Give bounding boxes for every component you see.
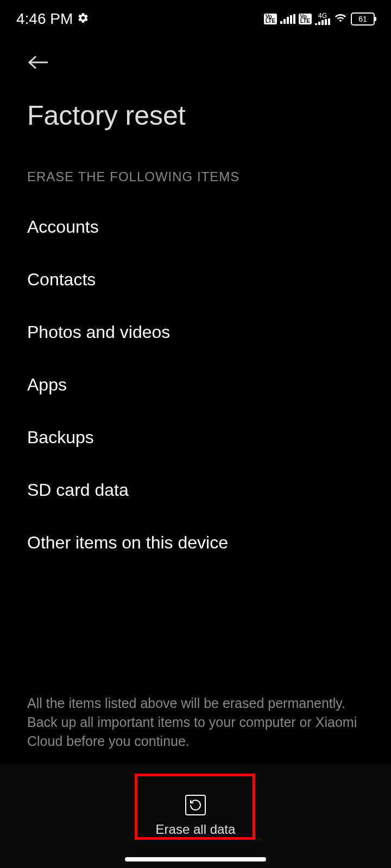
list-item-accounts[interactable]: Accounts (0, 201, 391, 253)
reset-icon (185, 795, 206, 815)
status-left: 4:46 PM (16, 10, 89, 28)
bottom-bar: Erase all data (0, 764, 391, 868)
back-button[interactable] (0, 38, 391, 84)
info-section: All the items listed above will be erase… (0, 569, 391, 797)
signal-bars-2 (315, 18, 330, 25)
volte-badge-2: VoLTE (299, 14, 312, 24)
gear-icon (77, 12, 89, 26)
list-item-other[interactable]: Other items on this device (0, 516, 391, 569)
status-right: VoLTE VoLTE 4G 61 (264, 12, 375, 26)
erase-label: Erase all data (156, 822, 236, 837)
page-title: Factory reset (0, 84, 391, 158)
section-header: ERASE THE FOLLOWING ITEMS (0, 158, 391, 201)
arrow-left-icon (27, 54, 49, 71)
list-item-contacts[interactable]: Contacts (0, 253, 391, 306)
list-item-sdcard[interactable]: SD card data (0, 464, 391, 516)
network-type: 4G (318, 13, 327, 18)
home-indicator[interactable] (125, 857, 266, 861)
list-item-photos[interactable]: Photos and videos (0, 306, 391, 359)
wifi-icon (333, 12, 348, 26)
signal-bars-1 (280, 14, 295, 24)
status-bar: 4:46 PM VoLTE VoLTE 4G (0, 0, 391, 38)
status-time: 4:46 PM (16, 10, 73, 28)
warning-text: All the items listed above will be erase… (27, 694, 364, 751)
list-item-apps[interactable]: Apps (0, 359, 391, 411)
battery-level: 61 (358, 15, 367, 23)
erase-all-data-button[interactable]: Erase all data (129, 784, 263, 848)
battery-indicator: 61 (351, 12, 375, 25)
volte-badge-1: VoLTE (264, 14, 277, 24)
list-item-backups[interactable]: Backups (0, 411, 391, 464)
